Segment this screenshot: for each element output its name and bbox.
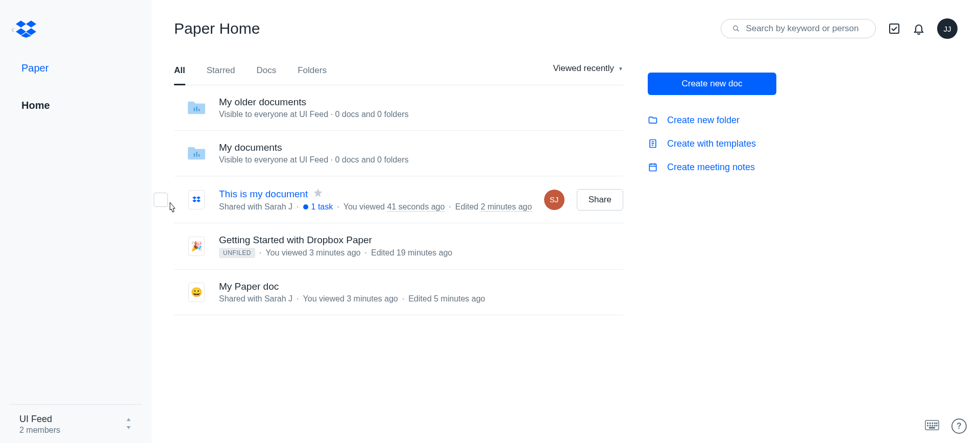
unfiled-badge: UNFILED: [219, 248, 255, 258]
header: Paper Home JJ: [152, 0, 980, 39]
tab-all[interactable]: All: [174, 60, 185, 85]
svg-point-0: [733, 26, 738, 30]
list-item-doc[interactable]: 🎉 Getting Started with Dropbox Paper UNF…: [174, 223, 623, 270]
sort-dropdown[interactable]: Viewed recently ▼: [553, 63, 623, 82]
viewed-time: You viewed 3 minutes ago: [303, 294, 398, 304]
row-title: Getting Started with Dropbox Paper: [219, 235, 372, 246]
cursor-pointer-icon: [167, 201, 179, 217]
doc-icon: [186, 190, 207, 210]
shared-with: Shared with Sarah J: [219, 202, 292, 212]
grinning-face-icon: 😀: [191, 287, 202, 298]
svg-rect-2: [890, 24, 899, 33]
sidebar-item-paper[interactable]: Paper: [21, 57, 152, 89]
task-count[interactable]: 1 task: [303, 202, 333, 212]
viewed-time: You viewed 3 minutes ago: [265, 248, 360, 258]
svg-point-26: [935, 425, 936, 426]
tabs-row: All Starred Docs Folders Viewed recently…: [174, 60, 623, 85]
svg-rect-6: [193, 153, 195, 157]
main: Paper Home JJ All: [152, 0, 980, 443]
viewed-time: You viewed 41 seconds ago: [344, 202, 445, 212]
svg-point-22: [936, 423, 937, 424]
svg-rect-5: [199, 109, 200, 111]
share-button[interactable]: Share: [577, 189, 623, 211]
dropbox-logo-icon[interactable]: [16, 20, 36, 38]
sidebar-item-home[interactable]: Home: [21, 89, 152, 127]
row-title: My documents: [219, 142, 282, 153]
help-icon[interactable]: ?: [951, 418, 967, 434]
row-meta: Visible to everyone at UI Feed · 0 docs …: [219, 110, 408, 119]
sharer-avatar[interactable]: SJ: [544, 190, 565, 210]
list-item-folder[interactable]: My older documents Visible to everyone a…: [174, 85, 623, 131]
sidebar-org-switcher[interactable]: UI Feed 2 members: [9, 404, 142, 443]
search-icon: [732, 25, 740, 33]
doc-icon: 😀: [186, 282, 207, 302]
svg-rect-7: [196, 152, 198, 156]
tab-docs[interactable]: Docs: [256, 60, 276, 85]
svg-point-25: [932, 425, 933, 426]
search-input-wrap[interactable]: [721, 19, 876, 38]
org-members: 2 members: [19, 426, 60, 435]
list-item-doc[interactable]: This is my document Shared with Sarah J …: [174, 176, 623, 223]
svg-point-18: [927, 423, 928, 424]
sidebar: ‹ Paper Home UI Feed 2 members: [0, 0, 152, 443]
svg-point-21: [935, 423, 936, 424]
notifications-icon[interactable]: [913, 22, 925, 35]
create-meeting-notes-link[interactable]: Create meeting notes: [648, 161, 776, 173]
list-item-doc[interactable]: 😀 My Paper doc Shared with Sarah J You v…: [174, 270, 623, 315]
edited-time: Edited 19 minutes ago: [371, 248, 452, 258]
folder-icon: [186, 98, 207, 118]
edited-time: Edited 2 minutes ago: [455, 202, 532, 212]
row-title-link[interactable]: This is my document: [219, 189, 308, 200]
svg-point-23: [927, 425, 928, 426]
search-input[interactable]: [746, 24, 864, 34]
svg-rect-8: [199, 154, 200, 157]
svg-rect-28: [929, 427, 935, 428]
create-new-doc-button[interactable]: Create new doc: [648, 73, 776, 95]
back-chevron-icon[interactable]: ‹: [11, 24, 15, 35]
sort-label: Viewed recently: [553, 63, 614, 74]
document-list: My older documents Visible to everyone a…: [174, 85, 623, 315]
user-avatar[interactable]: JJ: [937, 18, 958, 39]
shared-with: Shared with Sarah J: [219, 294, 292, 304]
tasks-icon[interactable]: [888, 22, 900, 35]
tab-starred[interactable]: Starred: [207, 60, 235, 85]
tab-folders[interactable]: Folders: [298, 60, 327, 85]
svg-rect-13: [649, 164, 656, 171]
party-popper-icon: 🎉: [191, 241, 202, 252]
svg-point-24: [929, 425, 930, 426]
row-title: My older documents: [219, 97, 306, 108]
create-new-folder-link[interactable]: Create new folder: [648, 114, 776, 126]
right-rail: Create new doc Create new folder Create …: [648, 60, 776, 315]
org-name: UI Feed: [19, 414, 60, 425]
svg-rect-3: [193, 108, 195, 111]
sidebar-nav: Paper Home: [0, 38, 152, 127]
svg-point-20: [932, 423, 933, 424]
page-title: Paper Home: [174, 20, 260, 37]
svg-point-27: [936, 425, 937, 426]
updown-chevron-icon[interactable]: [125, 418, 132, 431]
list-item-folder[interactable]: My documents Visible to everyone at UI F…: [174, 131, 623, 176]
template-icon: [648, 138, 658, 149]
svg-line-1: [737, 30, 739, 32]
folder-icon: [186, 143, 207, 164]
row-meta: Visible to everyone at UI Feed · 0 docs …: [219, 155, 408, 165]
star-icon[interactable]: [313, 188, 323, 200]
edited-time: Edited 5 minutes ago: [408, 294, 485, 304]
svg-rect-4: [196, 106, 198, 111]
keyboard-shortcuts-icon[interactable]: [925, 419, 939, 433]
row-title: My Paper doc: [219, 281, 279, 292]
row-checkbox[interactable]: [154, 193, 168, 207]
doc-icon: 🎉: [186, 236, 207, 257]
folder-outline-icon: [648, 114, 658, 126]
caret-down-icon: ▼: [618, 66, 623, 72]
svg-point-19: [929, 423, 930, 424]
floating-utilities: ?: [925, 418, 967, 434]
calendar-icon: [648, 161, 658, 173]
create-with-templates-link[interactable]: Create with templates: [648, 138, 776, 149]
